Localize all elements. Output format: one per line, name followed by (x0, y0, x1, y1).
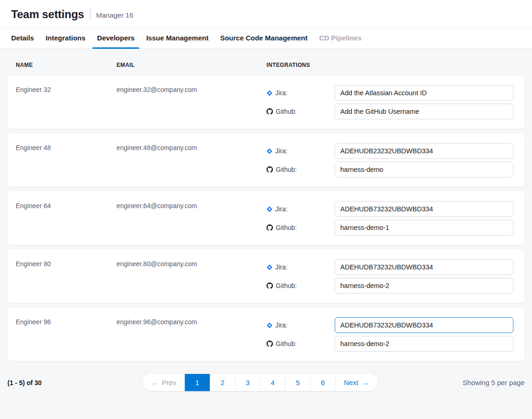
developer-email: engineer.80@company.com (117, 259, 266, 303)
page-button-1[interactable]: 1 (185, 374, 210, 391)
table-column-header: NAME EMAIL INTEGRATIONS (7, 49, 525, 75)
page-button-3[interactable]: 3 (235, 374, 260, 391)
prev-label: Prev (162, 379, 176, 386)
page-title: Team settings (11, 8, 84, 21)
next-label: Next (344, 379, 358, 386)
github-username-input[interactable] (335, 220, 513, 236)
title-divider (90, 9, 91, 20)
developers-panel: NAME EMAIL INTEGRATIONS Engineer 32 engi… (0, 49, 532, 391)
developer-integrations: Jira: Github: (266, 85, 513, 129)
developer-integrations: Jira: Github: (266, 201, 513, 245)
arrow-right-icon: → (362, 379, 369, 386)
pagination-pages: 123456 (185, 374, 335, 391)
developer-email: engineer.48@company.com (117, 143, 266, 187)
github-octocat-icon (266, 166, 273, 173)
jira-diamond-icon (266, 206, 272, 212)
github-label: Github: (266, 166, 335, 173)
tab-bar: Details Integrations Developers Issue Ma… (0, 27, 532, 49)
tab-developers[interactable]: Developers (92, 27, 139, 48)
github-username-input[interactable] (335, 162, 513, 177)
jira-account-id-input[interactable] (335, 85, 513, 101)
github-label: Github: (266, 340, 335, 347)
tab-details[interactable]: Details (6, 27, 39, 48)
jira-diamond-icon (266, 264, 272, 270)
developer-name: Engineer 64 (16, 201, 117, 245)
jira-account-id-input[interactable] (335, 259, 513, 275)
developer-row: Engineer 32 engineer.32@company.com Jira… (7, 75, 525, 129)
next-page-button[interactable]: Next → (335, 374, 378, 391)
page-subtitle: Manager 16 (96, 10, 133, 19)
jira-account-id-input[interactable] (335, 317, 513, 333)
developer-name: Engineer 48 (16, 143, 117, 187)
pagination-bar: (1 - 5) of 30 ← Prev 123456 Next → Showi… (7, 374, 525, 391)
developer-integrations: Jira: Github: (266, 143, 513, 187)
tab-cd-pipelines[interactable]: CD Pipelines (315, 27, 367, 48)
developer-row: Engineer 64 engineer.64@company.com Jira… (7, 191, 525, 245)
github-label: Github: (266, 282, 335, 289)
tab-issue-management[interactable]: Issue Management (142, 27, 213, 48)
jira-account-id-input[interactable] (335, 201, 513, 217)
jira-diamond-icon (266, 90, 272, 96)
jira-label: Jira: (266, 205, 335, 213)
jira-label: Jira: (266, 147, 335, 155)
developer-email: engineer.64@company.com (117, 201, 266, 245)
column-header-integrations: INTEGRATIONS (266, 62, 513, 68)
developer-email: engineer.96@company.com (117, 317, 266, 361)
github-octocat-icon (266, 282, 273, 289)
jira-account-id-input[interactable] (335, 143, 513, 159)
developer-row: Engineer 96 engineer.96@company.com Jira… (7, 308, 525, 361)
column-header-email: EMAIL (117, 62, 266, 68)
developer-integrations: Jira: Github: (266, 317, 513, 361)
pagination-range-label: (1 - 5) of 30 (7, 379, 42, 386)
github-username-input[interactable] (335, 104, 513, 119)
jira-label: Jira: (266, 89, 335, 97)
tab-source-code-management[interactable]: Source Code Management (215, 27, 312, 48)
github-username-input[interactable] (335, 336, 513, 352)
jira-diamond-icon (266, 148, 272, 154)
tab-integrations[interactable]: Integrations (41, 27, 90, 48)
github-octocat-icon (266, 340, 273, 347)
developer-email: engineer.32@company.com (117, 85, 266, 129)
page-header: Team settings Manager 16 (0, 0, 532, 27)
jira-diamond-icon (266, 322, 272, 328)
page-button-5[interactable]: 5 (285, 374, 310, 391)
column-header-name: NAME (16, 62, 117, 68)
pager: ← Prev 123456 Next → (143, 374, 378, 391)
jira-label: Jira: (266, 321, 335, 329)
github-octocat-icon (266, 108, 273, 115)
developer-name: Engineer 32 (16, 85, 117, 129)
page-button-4[interactable]: 4 (260, 374, 285, 391)
page-button-6[interactable]: 6 (310, 374, 335, 391)
per-page-label: Showing 5 per page (463, 379, 525, 386)
github-octocat-icon (266, 224, 273, 231)
arrow-left-icon: ← (152, 379, 159, 386)
developer-name: Engineer 96 (16, 317, 117, 361)
jira-label: Jira: (266, 263, 335, 271)
developer-row: Engineer 48 engineer.48@company.com Jira… (7, 133, 525, 187)
developer-rows: Engineer 32 engineer.32@company.com Jira… (7, 75, 525, 361)
developer-row: Engineer 80 engineer.80@company.com Jira… (7, 249, 525, 303)
github-username-input[interactable] (335, 278, 513, 294)
github-label: Github: (266, 108, 335, 115)
developer-integrations: Jira: Github: (266, 259, 513, 303)
developer-name: Engineer 80 (16, 259, 117, 303)
prev-page-button[interactable]: ← Prev (143, 374, 185, 391)
page-button-2[interactable]: 2 (210, 374, 235, 391)
github-label: Github: (266, 224, 335, 231)
